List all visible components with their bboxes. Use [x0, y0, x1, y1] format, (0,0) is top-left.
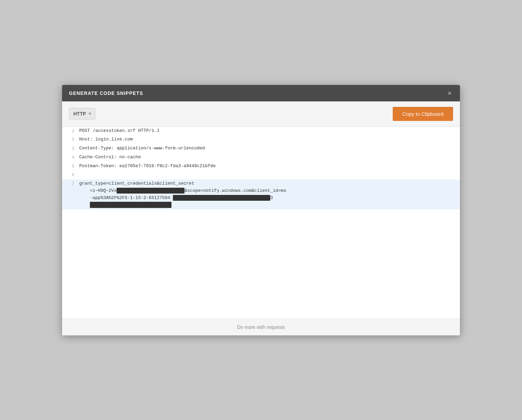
- redacted-value: [90, 202, 171, 208]
- close-button[interactable]: ×: [446, 90, 453, 97]
- line-content: POST /accesstoken.srf HTTP/1.1: [79, 127, 460, 135]
- line-content: [79, 171, 460, 178]
- chevron-down-icon: ▾: [89, 111, 91, 116]
- line-number: 2: [62, 136, 79, 144]
- footer-text: Do more with requests: [237, 324, 285, 330]
- redacted-value: [173, 195, 270, 201]
- redacted-value: [117, 188, 185, 194]
- line-number: 4: [62, 154, 79, 161]
- copy-to-clipboard-button[interactable]: Copy to Clipboard: [393, 107, 453, 121]
- code-line: 2 Host: login.live.com: [62, 135, 460, 144]
- code-line-highlighted: 7 grant_type=client_credentials&client_s…: [62, 180, 460, 209]
- line-number: 1: [62, 127, 79, 135]
- code-line: 3 Content-Type: application/x-www-form-u…: [62, 144, 460, 153]
- line-number: 7: [62, 180, 79, 188]
- modal-header: GENERATE CODE SNIPPETS ×: [62, 85, 460, 101]
- line-content: Cache-Control: no-cache: [79, 154, 460, 161]
- code-line: 1 POST /accesstoken.srf HTTP/1.1: [62, 127, 460, 136]
- line-number: 6: [62, 171, 79, 179]
- http-label: HTTP: [73, 111, 86, 116]
- line-content: grant_type=client_credentials&client_sec…: [79, 180, 460, 209]
- modal-footer: Do more with requests: [62, 319, 460, 335]
- line-content: Host: login.live.com: [79, 136, 460, 143]
- line-number: 3: [62, 145, 79, 152]
- code-container: 1 POST /accesstoken.srf HTTP/1.1 2 Host:…: [62, 127, 460, 319]
- modal-container: GENERATE CODE SNIPPETS × HTTP ▾ Copy to …: [62, 85, 460, 335]
- line-content: Postman-Token: ea1705e7-7016-f8c2-fda3-a…: [79, 163, 460, 170]
- code-line: 5 Postman-Token: ea1705e7-7016-f8c2-fda3…: [62, 162, 460, 171]
- modal-title: GENERATE CODE SNIPPETS: [69, 90, 143, 96]
- code-line: 4 Cache-Control: no-cache: [62, 153, 460, 162]
- code-block: 1 POST /accesstoken.srf HTTP/1.1 2 Host:…: [62, 127, 460, 210]
- line-number: 5: [62, 163, 79, 170]
- code-line: 6: [62, 171, 460, 180]
- line-content: Content-Type: application/x-www-form-url…: [79, 145, 460, 152]
- modal-toolbar: HTTP ▾ Copy to Clipboard: [62, 101, 460, 127]
- http-dropdown[interactable]: HTTP ▾: [69, 108, 95, 120]
